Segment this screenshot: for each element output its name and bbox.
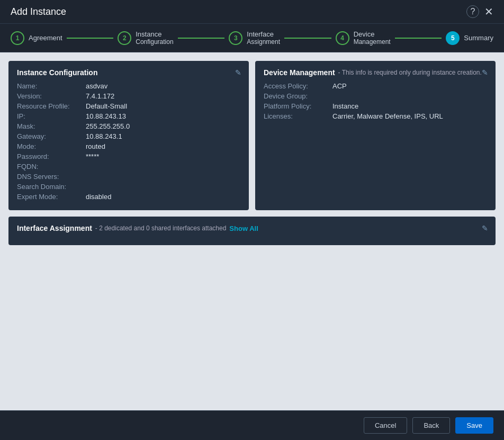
connector-1-2 xyxy=(67,38,114,39)
modal-footer: Cancel Back Save xyxy=(0,410,504,440)
field-licenses: Licenses: Carrier, Malware Defense, IPS,… xyxy=(264,112,487,120)
instance-config-title: Instance Configuration xyxy=(17,68,240,77)
field-password: Password: ***** xyxy=(17,152,240,160)
add-instance-modal: Add Instance ? ✕ 1 Agreement 2 InstanceC… xyxy=(0,0,504,440)
top-cards-row: Instance Configuration ✎ Name: asdvav Ve… xyxy=(8,61,496,210)
connector-3-4 xyxy=(284,38,331,39)
field-mask: Mask: 255.255.255.0 xyxy=(17,122,240,130)
step-5-label: Summary xyxy=(464,34,493,42)
field-ip: IP: 10.88.243.13 xyxy=(17,112,240,120)
close-icon: ✕ xyxy=(484,6,493,17)
field-resource-profile: Resource Profile: Default-Small xyxy=(17,102,240,110)
interface-assignment-title: Interface Assignment - 2 dedicated and 0… xyxy=(17,224,487,232)
interface-assignment-edit-button[interactable]: ✎ xyxy=(482,224,488,232)
field-search-domain: Search Domain: xyxy=(17,183,240,191)
step-3-circle: 3 xyxy=(229,31,242,45)
modal-body: Instance Configuration ✎ Name: asdvav Ve… xyxy=(0,52,504,410)
wizard-steps: 1 Agreement 2 InstanceConfiguration 3 In… xyxy=(0,24,504,52)
step-1-circle: 1 xyxy=(11,31,24,45)
back-button[interactable]: Back xyxy=(412,417,450,434)
step-3[interactable]: 3 InterfaceAssignment xyxy=(229,30,280,46)
close-button[interactable]: ✕ xyxy=(484,5,493,18)
header-icons: ? ✕ xyxy=(466,5,493,18)
step-3-label: InterfaceAssignment xyxy=(247,30,280,46)
field-platform-policy: Platform Policy: Instance xyxy=(264,102,487,110)
show-all-link[interactable]: Show All xyxy=(229,225,258,232)
device-management-edit-button[interactable]: ✎ xyxy=(482,68,488,77)
cancel-button[interactable]: Cancel xyxy=(364,417,407,434)
step-5-circle: 5 xyxy=(446,31,460,45)
interface-assignment-card: Interface Assignment - 2 dedicated and 0… xyxy=(8,217,496,245)
device-management-card: Device Management - This info is require… xyxy=(255,61,496,210)
save-button[interactable]: Save xyxy=(455,417,493,434)
connector-4-5 xyxy=(395,38,442,39)
step-1-label: Agreement xyxy=(29,34,62,42)
instance-config-edit-button[interactable]: ✎ xyxy=(235,68,241,77)
device-management-title: Device Management - This info is require… xyxy=(264,68,487,77)
connector-2-3 xyxy=(178,38,225,39)
instance-config-card: Instance Configuration ✎ Name: asdvav Ve… xyxy=(8,61,249,210)
field-expert-mode: Expert Mode: disabled xyxy=(17,193,240,201)
help-button[interactable]: ? xyxy=(466,5,479,18)
step-4[interactable]: 4 DeviceManagement xyxy=(336,30,391,46)
step-2-circle: 2 xyxy=(118,31,131,45)
field-version: Version: 7.4.1.172 xyxy=(17,92,240,100)
field-device-group: Device Group: xyxy=(264,92,487,100)
field-mode: Mode: routed xyxy=(17,142,240,150)
step-1[interactable]: 1 Agreement xyxy=(11,31,62,45)
help-icon: ? xyxy=(471,7,475,16)
step-4-circle: 4 xyxy=(336,31,349,45)
modal-title: Add Instance xyxy=(11,6,66,17)
field-fqdn: FQDN: xyxy=(17,163,240,170)
field-name: Name: asdvav xyxy=(17,82,240,90)
field-dns-servers: DNS Servers: xyxy=(17,173,240,181)
step-4-label: DeviceManagement xyxy=(354,30,391,46)
step-2[interactable]: 2 InstanceConfiguration xyxy=(118,30,173,46)
modal-header: Add Instance ? ✕ xyxy=(0,0,504,24)
step-2-label: InstanceConfiguration xyxy=(136,30,173,46)
field-gateway: Gateway: 10.88.243.1 xyxy=(17,132,240,140)
field-access-policy: Access Policy: ACP xyxy=(264,82,487,90)
step-5[interactable]: 5 Summary xyxy=(446,31,493,45)
